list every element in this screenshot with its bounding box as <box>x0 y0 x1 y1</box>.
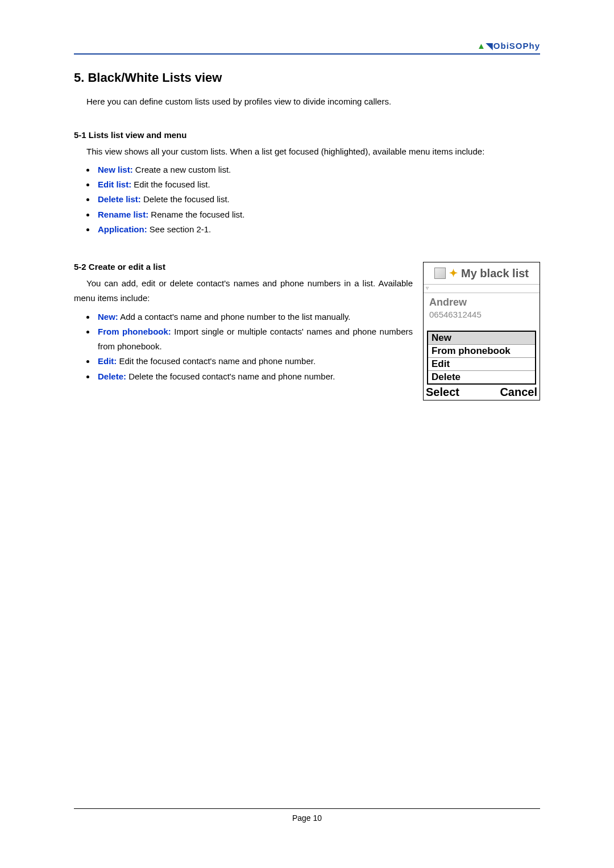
keyword: Rename list: <box>98 210 148 219</box>
list-item: Application: See section 2-1. <box>96 222 540 237</box>
page-number: Page 10 <box>292 813 322 823</box>
brand-text: ObiSOPhy <box>493 41 540 51</box>
phone-titlebar: ✦ My black list <box>424 262 540 284</box>
list-item: New: Add a contact's name and phone numb… <box>96 310 413 324</box>
phone-screenshot: ✦ My black list ▿ Andrew 06546312445 New… <box>423 262 540 400</box>
subheading-5-2: 5-2 Create or edit a list <box>74 262 413 272</box>
desc: Add a contact's name and phone number to… <box>118 312 351 322</box>
note-icon <box>434 268 446 279</box>
page-footer: Page 10 <box>74 808 540 823</box>
section-title: 5. Black/White Lists view <box>74 70 540 85</box>
desc: Edit the focused list. <box>131 180 210 189</box>
phone-softkeys: Select Cancel <box>424 386 540 400</box>
keyword: Delete: <box>98 372 126 381</box>
desc: Delete the focused list. <box>141 194 230 204</box>
subheading-5-1: 5-1 Lists list view and menu <box>74 130 540 140</box>
keyword: Delete list: <box>98 194 141 204</box>
keyword: Edit list: <box>98 180 131 189</box>
keyword: New: <box>98 312 118 322</box>
keyword: Edit: <box>98 356 117 366</box>
star-icon: ✦ <box>449 267 458 279</box>
softkey-select[interactable]: Select <box>426 386 459 399</box>
menu-item-new[interactable]: New <box>428 332 535 345</box>
phone-body: Andrew 06546312445 <box>424 293 540 329</box>
desc: Edit the focused contact's name and phon… <box>117 356 316 366</box>
contact-number: 06546312445 <box>429 310 534 319</box>
softkey-cancel[interactable]: Cancel <box>500 386 537 399</box>
phone-context-menu: New From phonebook Edit Delete <box>427 331 536 385</box>
intro-text: Here you can define custom lists used by… <box>86 95 540 108</box>
menu-item-delete[interactable]: Delete <box>428 371 535 383</box>
page-header: ▲◥ObiSOPhy <box>74 44 540 55</box>
menu-item-from-phonebook[interactable]: From phonebook <box>428 345 535 358</box>
para-5-1: This view shows all your custom lists. W… <box>74 144 540 159</box>
desc: Create a new custom list. <box>133 165 231 174</box>
desc: See section 2-1. <box>147 224 211 234</box>
list-item: Rename list: Rename the focused list. <box>96 207 540 222</box>
para-5-2: You can add, edit or delete contact's na… <box>74 276 413 306</box>
list-item: Delete list: Delete the focused list. <box>96 192 540 207</box>
desc: Rename the focused list. <box>148 210 244 219</box>
phone-statusbar: ▿ <box>424 284 540 293</box>
keyword: From phonebook: <box>98 327 171 336</box>
keyword: Application: <box>98 224 147 234</box>
phone-title-text: My black list <box>461 267 529 280</box>
list-5-1: New list: Create a new custom list. Edit… <box>74 162 540 237</box>
list-item: New list: Create a new custom list. <box>96 162 540 177</box>
desc: Delete the focused contact's name and ph… <box>126 372 335 381</box>
menu-item-edit[interactable]: Edit <box>428 358 535 371</box>
list-item: Delete: Delete the focused contact's nam… <box>96 369 413 384</box>
keyword: New list: <box>98 165 133 174</box>
contact-name: Andrew <box>429 297 534 308</box>
list-5-2: New: Add a contact's name and phone numb… <box>74 310 413 384</box>
list-item: Edit list: Edit the focused list. <box>96 177 540 192</box>
list-item: Edit: Edit the focused contact's name an… <box>96 354 413 369</box>
document-content: 5. Black/White Lists view Here you can d… <box>74 55 540 400</box>
list-item: From phonebook: Import single or multipl… <box>96 324 413 354</box>
brand-logo: ▲◥ObiSOPhy <box>477 41 540 51</box>
